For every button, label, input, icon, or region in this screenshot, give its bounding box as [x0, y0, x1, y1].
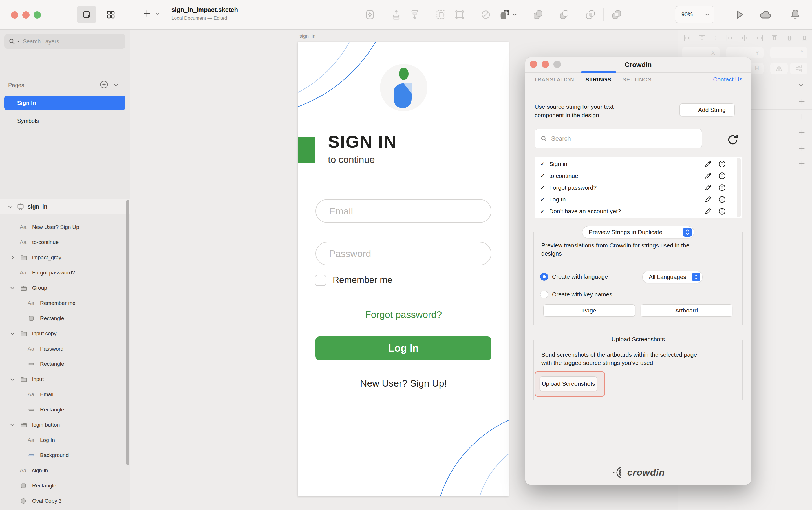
align-middle-vertical-icon[interactable]: [785, 34, 794, 42]
create-with-language-radio[interactable]: [540, 273, 548, 281]
string-row[interactable]: ✓Log In: [534, 193, 742, 205]
search-layers-input[interactable]: [23, 38, 113, 45]
rotation-field[interactable]: °: [770, 47, 808, 58]
layer-row[interactable]: Background: [0, 448, 126, 463]
layer-row[interactable]: Rectangle: [0, 311, 126, 326]
string-search-input[interactable]: [551, 135, 692, 142]
notifications-bell-icon[interactable]: [789, 8, 802, 21]
add-shadow-icon[interactable]: [798, 145, 806, 152]
chevron-down-icon[interactable]: [9, 285, 20, 291]
zoom-select[interactable]: 90%: [675, 6, 715, 23]
edit-pencil-icon[interactable]: [704, 207, 712, 215]
layer-row[interactable]: Rectangle: [0, 402, 126, 417]
chevron-down-icon[interactable]: [9, 331, 20, 336]
align-left-icon[interactable]: [725, 34, 734, 42]
pages-collapse-chevron-icon[interactable]: [113, 82, 119, 88]
chevron-down-icon[interactable]: [7, 204, 13, 210]
layer-row[interactable]: AaEmail: [0, 387, 126, 402]
subtract-icon[interactable]: [558, 9, 570, 20]
layer-row[interactable]: login button: [0, 417, 126, 432]
layer-row[interactable]: Aato-continue: [0, 235, 126, 250]
layer-row[interactable]: impact_gray: [0, 250, 126, 265]
edit-pencil-icon[interactable]: [704, 183, 712, 192]
chevron-down-icon[interactable]: [9, 377, 20, 382]
chevron-right-icon[interactable]: [9, 255, 20, 260]
intersect-icon[interactable]: [585, 9, 596, 20]
layer-row[interactable]: Rectangle: [0, 356, 126, 372]
info-icon[interactable]: [718, 172, 726, 180]
components-view-button[interactable]: [102, 6, 120, 23]
tab-translation[interactable]: TRANSLATION: [534, 77, 574, 83]
align-right-icon[interactable]: [755, 34, 764, 42]
layer-row[interactable]: AaPassword: [0, 341, 126, 356]
layer-row[interactable]: Aasign-in: [0, 463, 126, 478]
shape-tool-icon[interactable]: [364, 9, 376, 20]
add-border-icon[interactable]: [798, 128, 806, 137]
layer-row[interactable]: AaNew User? Sign Up!: [0, 219, 126, 235]
artboard-layer-header[interactable]: sign_in: [0, 199, 130, 214]
artboard-button[interactable]: Artboard: [641, 304, 732, 317]
layer-search-field[interactable]: [4, 34, 125, 49]
distribute-horizontal-icon[interactable]: [683, 34, 691, 42]
x-position-field[interactable]: X: [682, 47, 720, 58]
layer-row[interactable]: Oval Copy 3: [0, 493, 126, 509]
strings-list-scrollbar[interactable]: [737, 158, 741, 217]
flip-horizontal-button[interactable]: [770, 63, 788, 74]
preview-play-icon[interactable]: [733, 8, 746, 21]
edit-pencil-icon[interactable]: [704, 160, 712, 168]
cloud-share-icon[interactable]: [758, 8, 773, 21]
difference-icon[interactable]: [611, 9, 622, 20]
string-row[interactable]: ✓Don’t have an account yet?: [534, 205, 742, 217]
scale-tool-icon[interactable]: [499, 9, 517, 20]
chevron-down-icon[interactable]: [9, 422, 20, 428]
refresh-icon[interactable]: [726, 133, 739, 146]
create-with-key-names-radio[interactable]: [540, 291, 548, 298]
preview-mode-dropdown[interactable]: Preview Strings in Duplicate: [582, 226, 694, 238]
artboard-title[interactable]: sign_in: [299, 33, 316, 39]
flip-vertical-button[interactable]: [790, 63, 808, 74]
info-icon[interactable]: [718, 183, 726, 192]
info-icon[interactable]: [718, 207, 726, 215]
sidebar-page-sign-in[interactable]: Sign In: [4, 95, 125, 110]
close-button[interactable]: [11, 11, 18, 19]
y-position-field[interactable]: Y: [726, 47, 763, 58]
layer-row[interactable]: AaLog In: [0, 432, 126, 448]
move-forward-icon[interactable]: [390, 9, 402, 20]
info-icon[interactable]: [718, 160, 726, 168]
layer-row[interactable]: input: [0, 372, 126, 387]
layer-row[interactable]: input copy: [0, 326, 126, 341]
add-string-button[interactable]: Add String: [679, 103, 735, 116]
layer-row[interactable]: Rectangle: [0, 478, 126, 493]
align-top-icon[interactable]: [770, 34, 779, 42]
info-icon[interactable]: [718, 195, 726, 204]
zoom-button[interactable]: [33, 11, 41, 19]
tab-settings[interactable]: SETTINGS: [622, 77, 651, 83]
tab-strings[interactable]: STRINGS: [586, 77, 611, 83]
add-fill-icon[interactable]: [798, 113, 806, 121]
upload-screenshots-button[interactable]: Upload Screenshots: [540, 377, 597, 391]
page-button[interactable]: Page: [543, 304, 635, 317]
sidebar-scrollbar[interactable]: [126, 200, 129, 465]
search-scope-chevron-icon[interactable]: [17, 40, 20, 43]
canvas-view-button[interactable]: [77, 6, 96, 23]
union-icon[interactable]: [532, 9, 544, 20]
layer-row[interactable]: AaRemember me: [0, 296, 126, 311]
sidebar-page-symbols[interactable]: Symbols: [4, 114, 125, 128]
add-style-icon[interactable]: [798, 97, 806, 106]
edit-pencil-icon[interactable]: [704, 172, 712, 180]
group-icon[interactable]: [435, 9, 446, 20]
string-row[interactable]: ✓Sign in: [534, 158, 742, 170]
string-row[interactable]: ✓to continue: [534, 170, 742, 182]
contact-us-link[interactable]: Contact Us: [713, 76, 742, 83]
layer-row[interactable]: AaForgot password?: [0, 265, 126, 280]
align-center-horizontal-icon[interactable]: [741, 34, 749, 42]
mask-icon[interactable]: [480, 9, 491, 20]
language-dropdown[interactable]: All Languages: [642, 271, 703, 283]
insert-button[interactable]: [142, 9, 160, 18]
align-bottom-icon[interactable]: [800, 34, 809, 42]
move-backward-icon[interactable]: [409, 9, 420, 20]
distribute-vertical-icon[interactable]: [698, 34, 706, 42]
minimize-button[interactable]: [22, 11, 30, 19]
edit-pencil-icon[interactable]: [704, 195, 712, 204]
edit-shape-icon[interactable]: [454, 9, 465, 20]
